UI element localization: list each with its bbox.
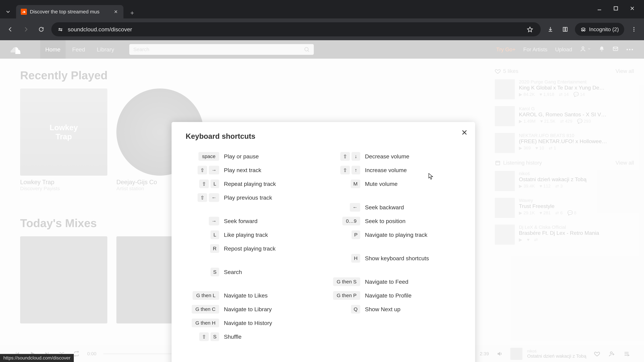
shortcut-group: ←Seek backward0…9Seek to positionPNaviga… <box>327 202 461 244</box>
key-badge: ⇧ <box>199 332 209 341</box>
downloads-icon[interactable] <box>546 24 556 34</box>
shortcut-row: RRepost playing track <box>186 244 320 253</box>
tab-title: Discover the top streamed mus <box>30 9 110 14</box>
minimize-icon[interactable] <box>596 5 603 12</box>
shortcut-description: Repeat playing track <box>224 181 276 187</box>
tab-search-dropdown[interactable] <box>3 7 13 16</box>
bookmark-star-icon[interactable] <box>525 24 535 34</box>
shortcut-row: SSearch <box>186 267 320 277</box>
keyboard-shortcuts-modal: ✕ Keyboard shortcuts spacePlay or pause⇧… <box>172 122 475 362</box>
key-badge: 0…9 <box>342 217 360 225</box>
shortcut-keys: 0…9 <box>327 217 360 225</box>
shortcut-keys: G then C <box>186 305 219 314</box>
shortcut-row: ⇧LRepeat playing track <box>186 179 320 189</box>
shortcut-row: QShow Next up <box>327 304 461 314</box>
key-badge: S <box>210 332 219 341</box>
svg-point-4 <box>59 28 60 29</box>
key-badge: ← <box>350 203 360 212</box>
shortcut-keys: ⇧S <box>186 332 219 341</box>
svg-rect-10 <box>566 27 567 31</box>
forward-button[interactable] <box>20 24 31 35</box>
maximize-icon[interactable] <box>612 5 619 12</box>
shortcut-keys: G then P <box>327 291 360 300</box>
key-badge: S <box>210 268 219 276</box>
shortcut-columns: spacePlay or pause⇧→Play next track⇧LRep… <box>186 151 461 355</box>
key-badge: R <box>210 244 219 253</box>
address-bar[interactable] <box>51 22 541 36</box>
svg-point-15 <box>634 29 634 30</box>
back-button[interactable] <box>5 24 16 35</box>
reader-icon[interactable] <box>560 24 570 34</box>
shortcut-row: ⇧SShuffle <box>186 332 320 342</box>
shortcut-keys: → <box>186 217 219 225</box>
shortcut-column-right: ⇧↓Decrease volume⇧↑Increase volumeMMute … <box>327 151 461 355</box>
shortcut-row: G then CNavigate to Library <box>186 304 320 314</box>
shortcut-keys: ⇧↓ <box>327 152 360 161</box>
window-controls <box>596 0 644 12</box>
shortcut-row: ⇧→Play next track <box>186 165 320 175</box>
shortcut-description: Seek forward <box>224 218 258 224</box>
tab-close-icon[interactable]: ✕ <box>113 8 119 15</box>
browser-menu-icon[interactable] <box>629 24 639 34</box>
shortcut-row: ⇧←Play previous track <box>186 193 320 202</box>
browser-tab[interactable]: Discover the top streamed mus ✕ <box>16 5 124 18</box>
svg-point-14 <box>634 27 634 28</box>
shortcut-group: →Seek forwardLLike playing trackRRepost … <box>186 216 320 257</box>
new-tab-button[interactable]: ＋ <box>128 8 137 17</box>
key-badge: G then S <box>333 277 360 286</box>
close-window-icon[interactable] <box>629 5 636 12</box>
shortcut-description: Like playing track <box>224 232 268 238</box>
close-icon[interactable]: ✕ <box>461 128 468 137</box>
svg-point-12 <box>584 30 585 31</box>
shortcut-keys: H <box>327 254 360 263</box>
key-badge: → <box>209 217 219 225</box>
shortcut-group: spacePlay or pause⇧→Play next track⇧LRep… <box>186 151 320 206</box>
shortcut-row: G then HNavigate to History <box>186 318 320 328</box>
url-input[interactable] <box>68 26 521 33</box>
shortcut-row: ⇧↓Decrease volume <box>327 151 461 161</box>
key-badge: G then L <box>192 291 219 300</box>
shortcut-description: Increase volume <box>365 167 407 173</box>
svg-point-16 <box>634 31 634 32</box>
shortcut-group: SSearch <box>186 267 320 281</box>
key-badge: ⇧ <box>340 152 350 161</box>
key-badge: P <box>352 230 360 239</box>
shortcut-row: ←Seek backward <box>327 202 461 212</box>
key-badge: ↑ <box>352 166 360 174</box>
mouse-cursor <box>428 173 433 180</box>
status-bar: https://soundcloud.com/discover <box>0 354 74 362</box>
key-badge: ⇧ <box>340 166 350 174</box>
shortcut-description: Navigate to Library <box>224 306 272 313</box>
shortcut-description: Play or pause <box>224 153 259 160</box>
shortcut-description: Play next track <box>224 167 261 173</box>
shortcut-row: ⇧↑Increase volume <box>327 165 461 175</box>
key-badge: L <box>210 230 219 239</box>
key-badge: Q <box>351 305 360 314</box>
shortcut-group: HShow keyboard shortcuts <box>327 253 461 267</box>
shortcut-description: Mute volume <box>365 181 398 187</box>
shortcut-description: Navigate to Feed <box>365 279 408 285</box>
shortcut-description: Shuffle <box>224 334 242 340</box>
reload-button[interactable] <box>36 24 46 35</box>
shortcut-row: G then SNavigate to Feed <box>327 277 461 287</box>
shortcut-description: Navigate to Likes <box>224 292 268 299</box>
shortcut-row: LLike playing track <box>186 230 320 240</box>
shortcut-description: Show keyboard shortcuts <box>365 255 429 262</box>
titlebar: Discover the top streamed mus ✕ ＋ <box>0 0 644 18</box>
browser-toolbar: Incognito (2) <box>0 18 644 40</box>
shortcut-keys: S <box>186 268 219 276</box>
modal-title: Keyboard shortcuts <box>186 132 461 140</box>
shortcut-description: Repost playing track <box>224 245 276 252</box>
shortcut-description: Play previous track <box>224 194 272 201</box>
shortcut-description: Seek to position <box>365 218 406 224</box>
shortcut-keys: G then S <box>327 277 360 286</box>
shortcut-group: G then LNavigate to LikesG then CNavigat… <box>186 291 320 346</box>
shortcut-description: Navigate to History <box>224 320 272 326</box>
shortcut-keys: P <box>327 230 360 239</box>
incognito-badge[interactable]: Incognito (2) <box>575 23 624 36</box>
shortcut-keys: L <box>186 230 219 239</box>
svg-point-11 <box>582 30 583 31</box>
site-info-icon[interactable] <box>57 26 64 33</box>
shortcut-keys: ← <box>327 203 360 212</box>
shortcut-row: G then LNavigate to Likes <box>186 291 320 300</box>
